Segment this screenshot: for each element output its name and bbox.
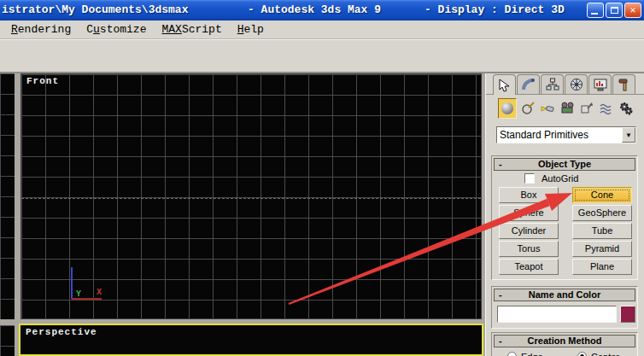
tube-button[interactable]: Tube (572, 223, 632, 239)
flashlight-icon (541, 102, 554, 115)
tab-motion[interactable] (565, 74, 588, 94)
edge-label: Edge (521, 352, 543, 356)
object-type-header[interactable]: - Object Type (494, 158, 635, 171)
center-label: Center (591, 352, 619, 356)
waves-icon (600, 102, 613, 115)
collapse-icon[interactable]: - (499, 336, 502, 347)
command-panel-tabs (486, 73, 644, 95)
left-viewport-strip-bottom[interactable] (0, 325, 15, 356)
cylinder-button[interactable]: Cylinder (499, 223, 559, 239)
gears-icon (619, 102, 633, 115)
menu-maxscript[interactable]: MAXScript (154, 21, 229, 38)
create-categories (486, 98, 644, 120)
sphere-button[interactable]: Sphere (499, 205, 559, 221)
collapse-icon[interactable]: - (499, 159, 502, 170)
category-lights[interactable] (538, 98, 557, 119)
edge-radio[interactable] (507, 352, 517, 356)
pyramid-button[interactable]: Pyramid (572, 241, 632, 257)
left-viewport-strip[interactable] (0, 73, 15, 319)
autogrid-label: AutoGrid (542, 173, 578, 184)
display-monitor-icon (594, 78, 607, 91)
category-helpers[interactable] (577, 98, 596, 119)
object-color-swatch[interactable] (620, 306, 635, 323)
cone-button[interactable]: Cone (572, 187, 632, 203)
motion-wheel-icon (570, 78, 583, 91)
teapot-button[interactable]: Teapot (499, 259, 559, 275)
menu-help[interactable]: Help (230, 21, 272, 38)
tab-utilities[interactable] (612, 74, 635, 94)
title-bar: istrator\My Documents\3dsmax - Autodesk … (0, 0, 644, 20)
object-name-input[interactable] (498, 306, 616, 322)
arrow-cursor-icon (498, 79, 511, 92)
geometry-sphere-icon (501, 102, 513, 114)
category-cameras[interactable] (558, 98, 577, 119)
tab-create[interactable] (493, 74, 516, 95)
shapes-icon (521, 102, 535, 115)
plane-button[interactable]: Plane (572, 259, 632, 275)
menu-rendering[interactable]: Rendering (3, 21, 79, 38)
window-title-path: istrator\My Documents\3dsmax (2, 3, 188, 16)
object-type-rollout: - Object Type AutoGrid Box Cone Sphere G… (491, 155, 638, 280)
center-radio[interactable] (577, 352, 587, 356)
tab-hierarchy[interactable] (541, 74, 564, 94)
object-category-value[interactable] (497, 127, 622, 143)
restore-button[interactable] (606, 3, 623, 18)
box-button[interactable]: Box (499, 187, 559, 203)
creation-method-rollout: - Creation Method Edge Center (491, 332, 638, 356)
svg-text:Y: Y (76, 289, 81, 299)
perspective-viewport-label[interactable]: Perspective (26, 327, 97, 337)
perspective-viewport[interactable]: Perspective (19, 324, 483, 356)
category-geometry[interactable] (498, 98, 517, 119)
tab-display[interactable] (588, 74, 612, 94)
geosphere-button[interactable]: GeoSphere (572, 205, 632, 221)
axis-tripod-icon: Y X (47, 262, 115, 317)
torus-button[interactable]: Torus (499, 241, 559, 257)
restore-icon (611, 7, 618, 14)
category-systems[interactable] (617, 98, 635, 119)
window-title-app: - Autodesk 3ds Max 9 (248, 3, 381, 16)
modify-arc-icon (522, 78, 536, 91)
collapse-icon[interactable]: - (499, 289, 502, 301)
minimize-icon (591, 13, 598, 15)
hammer-icon (618, 78, 631, 91)
svg-text:X: X (97, 288, 102, 297)
chevron-down-icon[interactable]: ▼ (622, 127, 635, 143)
menu-customize[interactable]: Customize (79, 21, 154, 38)
category-space-warps[interactable] (597, 98, 616, 119)
front-viewport-label[interactable]: Front (26, 76, 59, 86)
viewport-area: Front Y X Perspective (0, 73, 485, 356)
tab-modify[interactable] (517, 74, 540, 94)
creation-method-header[interactable]: - Creation Method (494, 335, 635, 347)
close-button[interactable]: ✕ (624, 3, 641, 18)
command-panel: ▼ - Object Type AutoGrid Box Cone Sphere… (485, 73, 644, 356)
front-viewport[interactable]: Front Y X (20, 73, 482, 319)
camera-icon (560, 102, 574, 115)
name-and-color-rollout: - Name and Color (491, 286, 638, 329)
autogrid-checkbox[interactable] (524, 173, 535, 184)
category-shapes[interactable] (518, 98, 537, 119)
object-category-dropdown[interactable]: ▼ (496, 126, 636, 143)
window-title-display: - Display : Direct 3D (424, 3, 565, 16)
minimize-button[interactable] (587, 3, 604, 18)
object-name-field-wrap (497, 306, 617, 323)
hierarchy-icon (546, 78, 559, 91)
name-and-color-header[interactable]: - Name and Color (494, 289, 635, 301)
main-toolbar: ▼ Ω 3 Ω ∠ Ω % Ω ↕ (0, 39, 644, 73)
menu-bar: Rendering Customize MAXScript Help (0, 20, 644, 39)
helpers-icon (580, 102, 594, 115)
grid-major-line (21, 198, 481, 199)
